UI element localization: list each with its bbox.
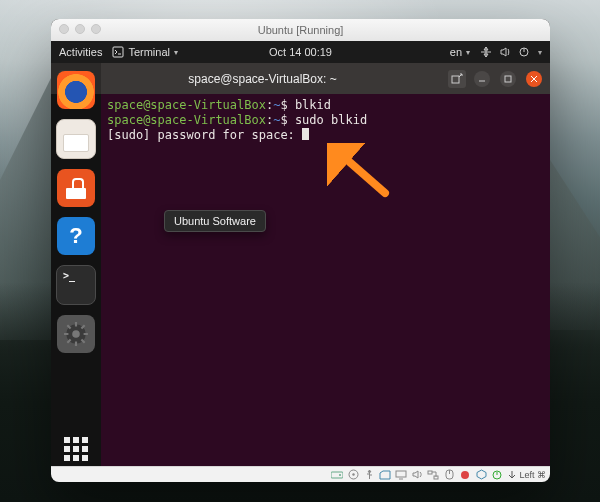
sb-usb-icon[interactable] bbox=[363, 469, 375, 481]
lang-label: en bbox=[450, 46, 462, 58]
arrow-down-icon bbox=[507, 470, 517, 480]
terminal-header: space@space-VirtualBox: ~ bbox=[51, 63, 550, 94]
close-button[interactable] bbox=[526, 71, 542, 87]
dock-firefox[interactable] bbox=[57, 71, 95, 109]
svg-point-10 bbox=[352, 473, 354, 475]
svg-rect-4 bbox=[505, 76, 511, 82]
sb-hdd-icon[interactable] bbox=[331, 469, 343, 481]
svg-rect-3 bbox=[452, 76, 459, 83]
dock-tooltip: Ubuntu Software bbox=[164, 210, 266, 232]
app-menu[interactable]: Terminal ▾ bbox=[112, 46, 178, 58]
annotation-arrow bbox=[327, 143, 397, 203]
sb-hostkey-label: Left ⌘ bbox=[519, 470, 546, 480]
vm-statusbar: Left ⌘ bbox=[51, 466, 550, 482]
terminal-icon bbox=[112, 46, 124, 58]
dock-software[interactable] bbox=[57, 169, 95, 207]
vm-window-title: Ubuntu [Running] bbox=[258, 24, 344, 36]
term-line: [sudo] password for space: bbox=[107, 128, 544, 143]
new-tab-icon bbox=[451, 73, 463, 85]
terminal-title: space@space-VirtualBox: ~ bbox=[85, 72, 440, 86]
chevron-down-icon: ▾ bbox=[538, 48, 542, 57]
svg-rect-12 bbox=[428, 471, 432, 474]
sb-record-icon[interactable] bbox=[459, 469, 471, 481]
sb-vbox-icon[interactable] bbox=[475, 469, 487, 481]
show-apps-button[interactable] bbox=[51, 437, 101, 461]
sb-optical-icon[interactable] bbox=[347, 469, 359, 481]
cursor bbox=[302, 128, 309, 140]
sb-shared-icon[interactable] bbox=[379, 469, 391, 481]
sb-display-icon[interactable] bbox=[395, 469, 407, 481]
sb-power-icon[interactable] bbox=[491, 469, 503, 481]
sb-net-icon[interactable] bbox=[427, 469, 439, 481]
gear-icon bbox=[63, 321, 89, 347]
svg-point-8 bbox=[339, 474, 341, 476]
close-icon bbox=[530, 75, 538, 83]
sb-mouse-icon[interactable] bbox=[443, 469, 455, 481]
term-line: space@space-VirtualBox:~$ sudo blkid bbox=[107, 113, 544, 128]
term-line: space@space-VirtualBox:~$ blkid bbox=[107, 98, 544, 113]
system-tray[interactable]: ▾ bbox=[480, 46, 542, 58]
guest-screen: Activities Terminal ▾ Oct 14 00:19 en ▾ … bbox=[51, 41, 550, 467]
dock-terminal[interactable] bbox=[56, 265, 96, 305]
window-buttons bbox=[474, 71, 542, 87]
svg-rect-11 bbox=[396, 471, 406, 477]
vm-min-dot[interactable] bbox=[75, 24, 85, 34]
activities-button[interactable]: Activities bbox=[59, 46, 102, 58]
minimize-button[interactable] bbox=[474, 71, 490, 87]
power-icon bbox=[518, 46, 530, 58]
sb-audio-icon[interactable] bbox=[411, 469, 423, 481]
volume-icon bbox=[500, 46, 510, 58]
clock[interactable]: Oct 14 00:19 bbox=[269, 46, 332, 58]
apps-grid-icon bbox=[64, 437, 88, 461]
chevron-down-icon: ▾ bbox=[174, 48, 178, 57]
maximize-button[interactable] bbox=[500, 71, 516, 87]
svg-point-6 bbox=[72, 330, 80, 338]
new-tab-button[interactable] bbox=[448, 70, 466, 88]
minimize-icon bbox=[478, 75, 486, 83]
maximize-icon bbox=[504, 75, 512, 83]
dock: ? bbox=[51, 63, 101, 467]
vm-window: Ubuntu [Running] Activities Terminal ▾ O… bbox=[51, 19, 550, 482]
dock-files[interactable] bbox=[56, 119, 96, 159]
gnome-top-bar: Activities Terminal ▾ Oct 14 00:19 en ▾ … bbox=[51, 41, 550, 63]
vm-traffic-lights[interactable] bbox=[59, 24, 101, 34]
lang-indicator[interactable]: en ▾ bbox=[450, 46, 470, 58]
svg-rect-7 bbox=[331, 472, 343, 478]
dock-settings[interactable] bbox=[57, 315, 95, 353]
dock-help[interactable]: ? bbox=[57, 217, 95, 255]
terminal-body[interactable]: space@space-VirtualBox:~$ blkid space@sp… bbox=[101, 94, 550, 467]
svg-rect-0 bbox=[113, 47, 123, 57]
sb-hostkey[interactable]: Left ⌘ bbox=[507, 470, 546, 480]
app-menu-label: Terminal bbox=[128, 46, 170, 58]
vm-close-dot[interactable] bbox=[59, 24, 69, 34]
vm-max-dot[interactable] bbox=[91, 24, 101, 34]
svg-point-15 bbox=[461, 471, 469, 479]
network-icon bbox=[480, 46, 492, 58]
vm-titlebar[interactable]: Ubuntu [Running] bbox=[51, 19, 550, 41]
chevron-down-icon: ▾ bbox=[466, 48, 470, 57]
